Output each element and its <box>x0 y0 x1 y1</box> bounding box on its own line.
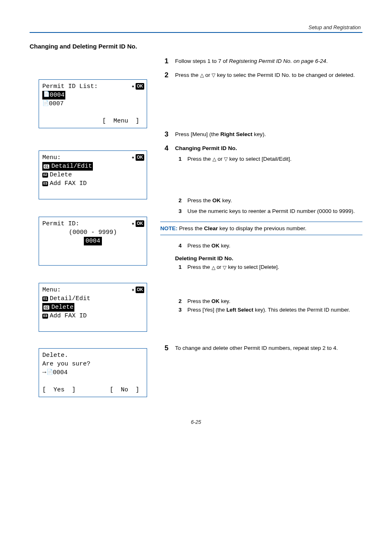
step-5: 5 To change and delete other Permit ID n… <box>160 344 362 352</box>
item-num: 01 <box>42 296 48 301</box>
left-column: ✦ OK Permit ID List: 📄0004 📄0007 [ Menu … <box>30 57 149 397</box>
lcd1-title: Permit ID List: <box>42 82 98 91</box>
substep-number: 3 <box>175 307 182 313</box>
triangle-down-icon: ▽ <box>212 73 215 78</box>
sub1-c: key to select [Detail/Edit]. <box>228 156 291 162</box>
triangle-down-icon: ▽ <box>224 157 228 162</box>
step-1: 1 Follow steps 1 to 7 of Registering Per… <box>160 57 362 65</box>
step3-a: Press [Menu] (the <box>175 131 220 137</box>
substep-number: 4 <box>175 243 182 249</box>
delete-heading: Deleting Permit ID No. <box>175 255 362 261</box>
step-2: 2 Press the △ or ▽ key to selec the Perm… <box>160 71 362 79</box>
step-number: 2 <box>160 71 168 79</box>
del3-a: Press [Yes] (the <box>187 307 226 313</box>
substep-number: 1 <box>175 155 182 163</box>
del2-b: key. <box>219 298 231 304</box>
del3-bold: Left Select <box>226 307 254 313</box>
step-body: Press the △ or ▽ key to selec the Permit… <box>175 71 362 79</box>
step4-heading: Changing Permit ID No. <box>175 144 362 153</box>
triangle-up-icon: △ <box>212 265 215 270</box>
del2-bold: OK <box>212 298 220 304</box>
step2-c: key to selec the Permit ID No. to be cha… <box>215 72 355 78</box>
lcd3-title: Permit ID: <box>42 220 79 229</box>
del1-a: Press the <box>187 264 212 270</box>
step-number: 1 <box>160 57 168 65</box>
right-column: 1 Follow steps 1 to 7 of Registering Per… <box>160 57 362 358</box>
page-header: Setup and Registration <box>30 25 362 33</box>
substep-body: Use the numeric keys to reenter a Permit… <box>187 207 362 215</box>
sub1-a: Press the <box>187 156 212 162</box>
substep-number: 2 <box>175 298 182 304</box>
substep-number: 1 <box>175 264 182 270</box>
item-num: 01 <box>43 164 50 169</box>
step-4: 4 Changing Permit ID No. 1 Press the △ o… <box>160 144 362 217</box>
step1-pre: Follow steps 1 to 7 of <box>175 58 229 64</box>
note-label: NOTE: <box>160 225 178 231</box>
item-num: 02 <box>42 173 48 178</box>
substep-del-3: 3 Press [Yes] (the Left Select key). Thi… <box>175 307 362 313</box>
note-a: Press the <box>178 225 204 231</box>
step-number: 4 <box>160 144 168 217</box>
sub4-b: key. <box>219 243 231 249</box>
del1-c: key to select [Delete]. <box>226 264 279 270</box>
sub1-b: or <box>216 156 224 162</box>
lcd3-range: (0000 - 9999) <box>69 228 117 237</box>
lcd1-highlight-row: 📄0004 <box>42 91 65 100</box>
lcd1-hl-text: 0004 <box>50 92 65 99</box>
sub4-bold: OK <box>212 243 220 249</box>
substep-number: 2 <box>175 197 182 205</box>
lcd3-value: 0004 <box>84 237 102 246</box>
substep-body: Press [Yes] (the Left Select key). This … <box>187 307 362 313</box>
note-b: key to display the previous number. <box>218 225 306 231</box>
lcd-permit-id-list: ✦ OK Permit ID List: 📄0004 📄0007 [ Menu … <box>39 79 147 128</box>
triangle-down-icon: ▽ <box>223 265 226 270</box>
step4-continued: 4 Press the OK key. Deleting Permit ID N… <box>160 243 362 313</box>
step-body: To change and delete other Permit ID num… <box>175 344 362 352</box>
ok-badge: OK <box>136 83 144 90</box>
arrow-right-icon: → <box>42 368 46 377</box>
lcd2-title: Menu: <box>42 153 61 162</box>
substep-number: 3 <box>175 207 182 215</box>
lcd2-item1-text: Detail/Edit <box>51 163 92 170</box>
lcd-menu-delete: ✦ OK Menu: 01Detail/Edit 02Delete 03Add … <box>39 283 147 332</box>
item-num: 03 <box>42 314 48 319</box>
substep-4-2: 2 Press the OK key. <box>175 197 362 205</box>
lcd4-item1-text: Detail/Edit <box>50 294 90 303</box>
step1-ref: Registering Permit ID No. on page 6-24 <box>229 58 326 64</box>
substep-del-1: 1 Press the △ or ▽ key to select [Delete… <box>175 264 362 270</box>
note-block: NOTE: Press the Clear key to display the… <box>160 222 362 235</box>
substep-del-2: 2 Press the OK key. <box>175 298 362 304</box>
lcd5-line1: Delete. <box>42 351 68 360</box>
substep-4-4: 4 Press the OK key. <box>175 243 362 249</box>
step1-post: . <box>326 58 328 64</box>
lcd-permit-id-input: ✦ OK Permit ID: (0000 - 9999) 0004 <box>39 217 147 266</box>
step-body: Press [Menu] (the Right Select key). <box>175 130 362 139</box>
substep-body: Press the △ or ▽ key to select [Detail/E… <box>187 155 362 163</box>
nav-ok-icon: ✦ OK <box>131 220 144 228</box>
step3-b: key). <box>252 131 266 137</box>
substep-4-1: 1 Press the △ or ▽ key to select [Detail… <box>175 155 362 163</box>
nav-ok-icon: ✦ OK <box>131 286 144 294</box>
substep-4-3: 3 Use the numeric keys to reenter a Perm… <box>175 207 362 215</box>
substep-body: Press the △ or ▽ key to select [Delete]. <box>187 264 362 270</box>
lcd2-item1: 01Detail/Edit <box>42 162 93 171</box>
nav-ok-icon: ✦ OK <box>131 153 144 162</box>
step2-b: or <box>204 72 212 78</box>
sub2-b: key. <box>221 197 232 204</box>
item-num: 02 <box>43 305 50 310</box>
triangle-up-icon: △ <box>212 157 216 162</box>
doc-icon: 📄 <box>43 91 50 99</box>
header-rule <box>30 32 362 33</box>
del1-b: or <box>215 264 223 270</box>
sub3-text: Use the numeric keys to reenter a Permit… <box>187 208 355 214</box>
sub2-bold: OK <box>212 197 221 204</box>
step-body: Changing Permit ID No. 1 Press the △ or … <box>175 144 362 217</box>
content-area: ✦ OK Permit ID List: 📄0004 📄0007 [ Menu … <box>30 57 362 397</box>
triangle-up-icon: △ <box>200 73 204 78</box>
lcd2-item3-text: Add FAX ID <box>50 179 87 188</box>
step5-text: To change and delete other Permit ID num… <box>175 345 338 351</box>
lcd5-no-softkey: [ No ] <box>110 386 143 395</box>
substep-body: Press the OK key. <box>187 298 362 304</box>
arrows-icon: ✦ <box>131 153 135 162</box>
step2-a: Press the <box>175 72 200 78</box>
